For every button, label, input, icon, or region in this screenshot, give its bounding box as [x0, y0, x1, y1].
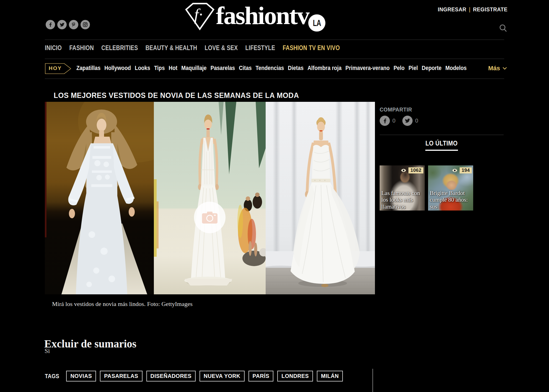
more-topics-button[interactable]: Más	[488, 65, 507, 72]
body-text: Si	[45, 347, 50, 355]
image-caption: Mirá los vestidos de novia más lindos. F…	[52, 300, 193, 308]
latest-section-header: LO ÚLTIMO	[380, 140, 504, 151]
twitter-share-count: 0	[415, 118, 418, 124]
views-count: 1062	[408, 167, 423, 173]
hero-photo-left	[45, 102, 154, 294]
share-facebook-button[interactable]	[380, 116, 390, 126]
body-heading: Excluir de sumarios	[44, 338, 136, 350]
topic-deporte[interactable]: Deporte	[422, 65, 441, 72]
topic-pelo[interactable]: Pelo	[393, 65, 405, 72]
nav-fashion[interactable]: FASHION	[69, 44, 94, 52]
diamond-f-icon: f·	[184, 2, 216, 31]
latest-title: LO ÚLTIMO	[426, 140, 458, 147]
latest-item-famosas[interactable]: 1062 Las famosas con los looks más llama…	[380, 165, 425, 211]
article-hero-gallery[interactable]	[45, 102, 375, 294]
topics-nav: Zapatillas Hollywood Looks Tips Hot Maqu…	[76, 65, 467, 72]
tag-novias[interactable]: NOVIAS	[66, 371, 96, 381]
divider	[45, 59, 504, 59]
auth-separator: |	[469, 6, 470, 13]
views-badge: 1062	[400, 167, 423, 173]
nav-celebrities[interactable]: CELEBRITIES	[101, 44, 138, 52]
auth-links: INGRESAR | REGISTRATE	[438, 6, 507, 13]
hoy-label: HOY	[49, 65, 62, 71]
tags-label: TAGS	[45, 373, 59, 380]
nav-fashion-tv-en-vivo[interactable]: FASHION TV EN VIVO	[283, 44, 340, 52]
article-title: LOS MEJORES VESTIDOS DE NOVIA DE LAS SEM…	[54, 91, 299, 100]
tag-londres[interactable]: LONDRES	[277, 371, 313, 381]
register-link[interactable]: REGISTRATE	[473, 6, 507, 13]
twitter-icon[interactable]	[57, 20, 67, 29]
topic-citas[interactable]: Citas	[239, 65, 252, 72]
tag-milan[interactable]: MILÁN	[317, 371, 343, 381]
tag-pasarelas[interactable]: PASARELAS	[100, 371, 142, 381]
topic-hollywood[interactable]: Hollywood	[104, 65, 131, 72]
topic-modelos[interactable]: Modelos	[446, 65, 467, 72]
topic-alfombra-roja[interactable]: Alfombra roja	[307, 65, 341, 72]
fashiontv-article-page: f· fashiontv LA INGRESAR | REGISTRATE IN…	[0, 0, 549, 392]
divider	[380, 135, 504, 135]
divider	[45, 40, 504, 40]
topic-piel[interactable]: Piel	[408, 65, 418, 72]
topic-dietas[interactable]: Dietas	[288, 65, 304, 72]
topic-hot[interactable]: Hot	[169, 65, 178, 72]
views-badge: 194	[451, 167, 472, 173]
nav-lifestyle[interactable]: LIFESTYLE	[245, 44, 275, 52]
camera-icon	[201, 211, 218, 224]
divider	[45, 79, 504, 79]
nav-beauty-health[interactable]: BEAUTY & HEALTH	[146, 44, 197, 52]
share-label: COMPARTIR	[380, 106, 412, 113]
hero-photo-right	[266, 102, 375, 294]
latest-underline	[425, 150, 458, 151]
site-logo[interactable]: f· fashiontv LA	[184, 1, 325, 32]
logo-mark: f·	[194, 5, 203, 24]
topic-tips[interactable]: Tips	[154, 65, 165, 72]
nav-love-sex[interactable]: LOVE & SEX	[205, 44, 238, 52]
latest-item-caption: Brigitte Bardot cumple 80 años: sus	[430, 190, 471, 210]
topic-looks[interactable]: Looks	[135, 65, 150, 72]
tags-row: TAGS NOVIAS PASARELAS DISEÑADORES NUEVA …	[45, 371, 343, 381]
logo-text: fashiontv	[216, 1, 309, 30]
more-label: Más	[488, 65, 500, 72]
eye-icon	[451, 168, 458, 173]
login-link[interactable]: INGRESAR	[438, 6, 466, 13]
nav-inicio[interactable]: INICIO	[45, 44, 62, 52]
topic-maquillaje[interactable]: Maquillaje	[181, 65, 206, 72]
hero-photo-middle	[154, 102, 266, 294]
views-count: 194	[460, 167, 472, 173]
chevron-down-icon	[503, 67, 507, 70]
tag-nueva-york[interactable]: NUEVA YORK	[200, 371, 245, 381]
hoy-badge[interactable]: HOY	[45, 63, 71, 74]
header-social-row	[46, 20, 90, 29]
eye-icon	[400, 168, 407, 173]
instagram-icon[interactable]	[81, 20, 90, 29]
share-twitter-button[interactable]	[402, 116, 413, 126]
logo-la-badge: LA	[308, 14, 325, 32]
facebook-share-count: 0	[392, 118, 395, 124]
topic-pasarelas[interactable]: Pasarelas	[211, 65, 235, 72]
tag-disenadores[interactable]: DISEÑADORES	[146, 371, 196, 381]
latest-item-caption: Las famosas con los looks más llamativos	[381, 190, 423, 210]
gallery-camera-overlay[interactable]	[194, 202, 226, 233]
main-nav: INICIO FASHION CELEBRITIES BEAUTY & HEAL…	[45, 44, 340, 52]
search-icon[interactable]	[499, 24, 507, 34]
pinterest-icon[interactable]	[69, 20, 78, 29]
divider	[372, 369, 373, 392]
share-row: 0 0	[380, 116, 423, 126]
latest-item-bardot[interactable]: 194 Brigitte Bardot cumple 80 años: sus	[428, 165, 473, 211]
topic-primavera-verano[interactable]: Primavera-verano	[345, 65, 390, 72]
facebook-icon[interactable]	[46, 20, 55, 29]
tag-paris[interactable]: PARÍS	[248, 371, 274, 381]
topic-zapatillas[interactable]: Zapatillas	[76, 65, 100, 72]
topic-tendencias[interactable]: Tendencias	[256, 65, 284, 72]
